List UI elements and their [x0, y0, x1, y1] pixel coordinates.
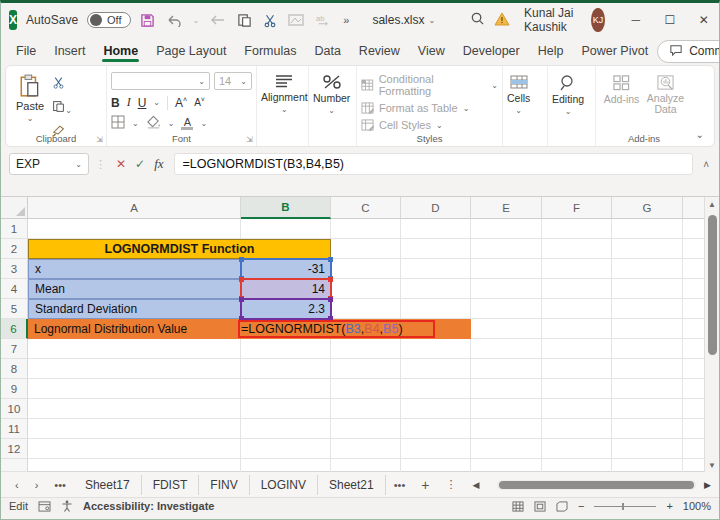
cell[interactable]	[28, 419, 241, 439]
cell[interactable]	[612, 399, 683, 419]
cell[interactable]	[241, 399, 331, 419]
grow-font-button[interactable]: A˄	[175, 96, 187, 110]
tab-developer[interactable]: Developer	[454, 40, 529, 62]
cell[interactable]	[683, 359, 706, 379]
tab-help[interactable]: Help	[529, 40, 573, 62]
search-icon[interactable]	[470, 11, 485, 29]
zoom-level[interactable]: 100%	[683, 500, 711, 512]
cell[interactable]	[683, 239, 706, 259]
hscroll-left-icon[interactable]: ◀	[464, 480, 487, 490]
formula-input[interactable]: =LOGNORMDIST(B3,B4,B5)	[174, 153, 694, 175]
bold-button[interactable]: B	[111, 96, 120, 110]
cell[interactable]	[683, 339, 706, 359]
column-header-G[interactable]: G	[612, 197, 683, 219]
cell[interactable]	[471, 399, 542, 419]
range-border-b3[interactable]	[240, 258, 332, 280]
file-name[interactable]: sales.xlsx ⌄	[372, 13, 435, 27]
tab-data[interactable]: Data	[305, 40, 349, 62]
cell-A6[interactable]: Lognormal Distribution Value	[28, 322, 241, 336]
cell[interactable]	[401, 379, 471, 399]
cell[interactable]	[471, 259, 542, 279]
row-header-3[interactable]: 3	[1, 259, 28, 279]
accessibility-icon[interactable]	[61, 500, 73, 512]
font-name-select[interactable]: ⌄	[111, 72, 210, 90]
cell[interactable]	[401, 459, 471, 472]
row-header-1[interactable]: 1	[1, 219, 28, 239]
cell[interactable]	[471, 339, 542, 359]
namebox-splitter[interactable]: ⋮	[95, 158, 106, 171]
cell[interactable]	[612, 439, 683, 459]
avatar[interactable]: KJ	[591, 8, 604, 32]
row-header-7[interactable]: 7	[1, 339, 28, 359]
tab-review[interactable]: Review	[350, 40, 409, 62]
column-header-C[interactable]: C	[331, 197, 401, 219]
analyze-data-button[interactable]: Analyze Data	[643, 72, 688, 117]
back-icon[interactable]	[210, 14, 226, 26]
cell[interactable]	[542, 219, 612, 239]
cell[interactable]	[331, 239, 401, 259]
cell[interactable]	[401, 419, 471, 439]
column-header-B[interactable]: B	[241, 197, 331, 219]
all-sheets-menu-icon[interactable]: ⋮	[437, 478, 464, 491]
cell[interactable]	[401, 239, 471, 259]
add-sheet-button[interactable]: +	[413, 477, 437, 493]
row-header-13[interactable]	[1, 459, 28, 472]
vertical-scrollbar[interactable]: ▲ ▼	[704, 197, 719, 472]
row-header-10[interactable]: 10	[1, 399, 28, 419]
cancel-icon[interactable]: ✕	[116, 157, 126, 171]
cell[interactable]	[612, 259, 683, 279]
cell[interactable]	[331, 299, 401, 319]
cell-A5[interactable]: Standard Deviation	[28, 299, 241, 319]
cell[interactable]	[28, 439, 241, 459]
autosave-toggle[interactable]: Off	[87, 12, 130, 28]
cell[interactable]	[28, 379, 241, 399]
cell[interactable]	[241, 419, 331, 439]
cell[interactable]	[331, 399, 401, 419]
cell[interactable]	[612, 379, 683, 399]
cell[interactable]	[542, 279, 612, 299]
cell[interactable]	[471, 299, 542, 319]
row-header-12[interactable]: 12	[1, 439, 28, 459]
enter-icon[interactable]: ✓	[135, 157, 145, 171]
sheet-more-right-icon[interactable]: •••	[386, 479, 414, 491]
column-header-A[interactable]: A	[28, 197, 241, 219]
cell[interactable]	[331, 419, 401, 439]
normal-view-button[interactable]	[512, 501, 524, 512]
cell[interactable]	[471, 359, 542, 379]
column-header-E[interactable]: E	[471, 197, 542, 219]
row-header-4[interactable]: 4	[1, 279, 28, 299]
cell[interactable]	[471, 239, 542, 259]
cell[interactable]	[471, 279, 542, 299]
cell[interactable]	[683, 399, 706, 419]
cell[interactable]	[683, 219, 706, 239]
hscroll-right-icon[interactable]: ▶	[702, 480, 719, 490]
cell[interactable]	[28, 339, 241, 359]
zoom-in-button[interactable]: +	[666, 500, 672, 512]
cell[interactable]	[683, 299, 706, 319]
row-header-9[interactable]: 9	[1, 379, 28, 399]
cell[interactable]	[612, 299, 683, 319]
cell[interactable]	[241, 439, 331, 459]
sheet-tab-finv[interactable]: FINV	[199, 475, 249, 495]
range-border-b4[interactable]	[240, 278, 332, 300]
user-name[interactable]: Kunal Jai Kaushik	[524, 6, 577, 34]
cell[interactable]	[28, 459, 241, 472]
sheet-tab-sheet21[interactable]: Sheet21	[318, 475, 386, 495]
cell[interactable]	[471, 219, 542, 239]
close-button[interactable]: ✕	[687, 13, 720, 27]
cell-A3[interactable]: x	[28, 259, 241, 279]
italic-button[interactable]: I	[127, 95, 131, 110]
cut-icon[interactable]	[263, 13, 277, 28]
cell[interactable]	[401, 219, 471, 239]
cell[interactable]	[542, 259, 612, 279]
ribbon-collapse-icon[interactable]: ⌄	[696, 129, 704, 140]
borders-button[interactable]	[111, 115, 125, 132]
cell[interactable]	[28, 399, 241, 419]
column-header-D[interactable]: D	[401, 197, 471, 219]
formula-bar-expand-icon[interactable]: ˄	[699, 159, 713, 170]
tab-insert[interactable]: Insert	[45, 40, 94, 62]
cell[interactable]	[542, 439, 612, 459]
cell[interactable]	[401, 339, 471, 359]
cell[interactable]	[331, 379, 401, 399]
cell[interactable]	[241, 339, 331, 359]
